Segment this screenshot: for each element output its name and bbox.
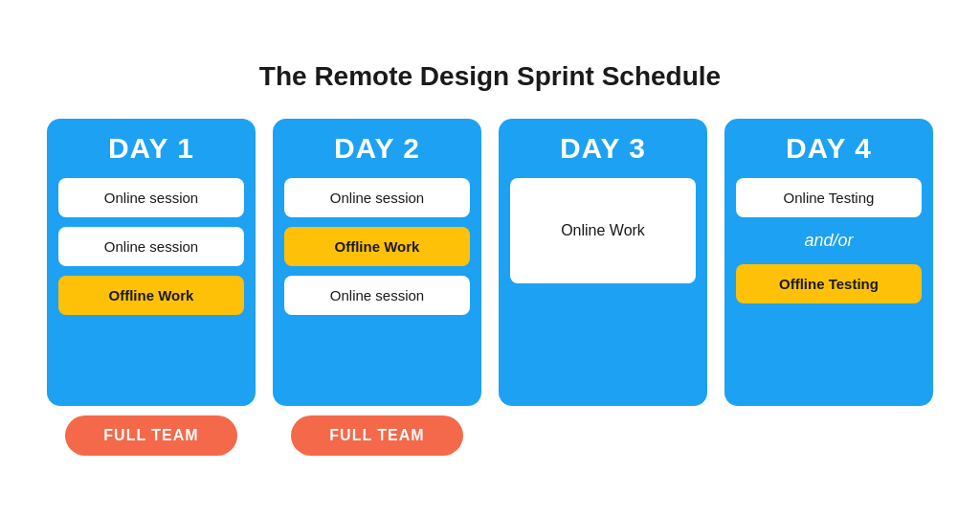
day4-session1: Online Testing [736, 178, 922, 217]
day3-label: DAY 3 [560, 132, 646, 165]
day4-session3: Offline Testing [736, 264, 922, 303]
day4-card: DAY 4 Online Testing and/or Offline Test… [724, 119, 933, 406]
day1-session2: Online session [58, 227, 244, 266]
day3-column: DAY 3 Online Work [499, 119, 707, 406]
day2-column: DAY 2 Online session Offline Work Online… [273, 119, 481, 456]
day1-session1: Online session [58, 178, 244, 217]
day1-session3: Offline Work [58, 276, 244, 315]
day4-column: DAY 4 Online Testing and/or Offline Test… [724, 119, 933, 406]
day2-session3: Online session [284, 276, 470, 315]
day3-card: DAY 3 Online Work [499, 119, 707, 406]
day3-session1: Online Work [510, 178, 696, 283]
page-wrapper: The Remote Design Sprint Schedule DAY 1 … [0, 0, 980, 516]
day1-label: DAY 1 [108, 132, 194, 165]
cards-row: DAY 1 Online session Online session Offl… [38, 119, 942, 456]
day1-card: DAY 1 Online session Online session Offl… [47, 119, 256, 406]
day2-card: DAY 2 Online session Offline Work Online… [273, 119, 481, 406]
day1-full-team-badge: FULL TEAM [65, 415, 237, 456]
day2-session2: Offline Work [284, 227, 470, 266]
day1-column: DAY 1 Online session Online session Offl… [47, 119, 256, 456]
day2-full-team-badge: FULL TEAM [291, 415, 463, 456]
day4-andor-text: and/or [804, 227, 853, 255]
day2-session1: Online session [284, 178, 470, 217]
day4-label: DAY 4 [786, 132, 872, 165]
page-title: The Remote Design Sprint Schedule [259, 61, 721, 92]
day2-label: DAY 2 [334, 132, 420, 165]
